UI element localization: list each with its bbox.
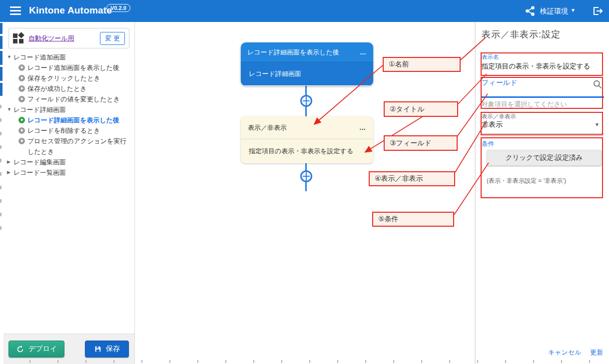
action-node[interactable]: 表示／非表示 … 指定項目の表示・非表示を設定する bbox=[241, 116, 373, 163]
sidebar-group-record-edit[interactable]: ▶ レコード編集画面 bbox=[3, 157, 134, 167]
share-icon[interactable] bbox=[525, 5, 536, 16]
event-play-icon bbox=[18, 75, 25, 81]
environment-selector[interactable]: 検証環境 bbox=[540, 7, 568, 16]
change-app-button[interactable]: 変 更 bbox=[100, 32, 125, 45]
window-edge-artifact bbox=[0, 22, 3, 364]
floppy-disk-icon bbox=[94, 345, 102, 353]
callout-label: ⑤条件 bbox=[378, 215, 399, 224]
event-play-icon bbox=[18, 85, 25, 92]
app-title: Kintone Automate bbox=[29, 5, 112, 16]
caret-down-icon: ▼ bbox=[7, 52, 11, 62]
condition-label: 条件 bbox=[482, 140, 494, 148]
tree-group-label: レコード編集画面 bbox=[13, 158, 66, 166]
tree-group-label: レコード詳細画面 bbox=[13, 106, 66, 113]
app-selector-box: 自動化ツール用 変 更 bbox=[8, 28, 129, 48]
callout-field: ③フィールド bbox=[384, 135, 458, 151]
sidebar-item-field-changed[interactable]: フィールドの値を変更したとき bbox=[3, 94, 134, 104]
visibility-select[interactable]: 非表示 bbox=[482, 120, 503, 129]
caret-down-icon[interactable]: ▼ bbox=[595, 122, 600, 127]
tree-item-label: レコードを削除するとき bbox=[27, 127, 100, 134]
field-label: フィールド bbox=[482, 78, 517, 87]
update-button[interactable]: 更新 bbox=[590, 348, 603, 357]
action-node-subtitle: 指定項目の表示・非表示を設定する bbox=[249, 147, 353, 156]
action-node-body: 指定項目の表示・非表示を設定する bbox=[241, 139, 373, 163]
condition-set-button[interactable]: クリックで設定:設定済み bbox=[487, 150, 602, 166]
trigger-node-subtitle: レコード詳細画面 bbox=[249, 69, 301, 78]
cancel-button[interactable]: キャンセル bbox=[548, 348, 582, 357]
callout-label: ④表示／非表示 bbox=[375, 174, 423, 183]
callout-label: ①名前 bbox=[389, 60, 409, 69]
tree-group-label: レコード一覧画面 bbox=[13, 169, 66, 176]
callout-name: ①名前 bbox=[383, 57, 461, 72]
display-name-value[interactable]: 指定項目の表示・非表示を設定する bbox=[482, 62, 590, 71]
trigger-node[interactable]: レコード詳細画面を表示した後 … レコード詳細画面 bbox=[241, 42, 373, 86]
trigger-node-header: レコード詳細画面を表示した後 … bbox=[241, 42, 373, 62]
callout-title: ②タイトル bbox=[384, 101, 458, 117]
sidebar-item-save-clicked[interactable]: 保存をクリックしたとき bbox=[3, 73, 134, 83]
logout-icon[interactable] bbox=[592, 5, 604, 17]
event-play-icon bbox=[18, 64, 25, 71]
trigger-node-title: レコード詳細画面を表示した後 bbox=[247, 48, 339, 57]
search-icon[interactable] bbox=[593, 79, 603, 89]
node-menu-icon[interactable]: … bbox=[360, 48, 367, 56]
condition-expression: (表示・非表示設定 = ‘非表示’) bbox=[487, 177, 566, 185]
sync-icon bbox=[16, 345, 24, 354]
sidebar-group-record-list[interactable]: ▶ レコード一覧画面 bbox=[3, 167, 134, 178]
action-node-title: 表示／非表示 bbox=[248, 123, 287, 132]
deploy-button-label: デプロイ bbox=[28, 345, 57, 354]
callout-label: ③フィールド bbox=[390, 139, 432, 148]
event-play-icon bbox=[18, 138, 25, 144]
app-header: Kintone Automate V0.2.0 検証環境 ▼ bbox=[0, 0, 609, 22]
settings-panel: 表示／非表示:設定 表示名 指定項目の表示・非表示を設定する フィールド 対象項… bbox=[475, 22, 609, 364]
tree-item-label: フィールドの値を変更したとき bbox=[27, 95, 120, 103]
add-step-button[interactable] bbox=[300, 170, 312, 182]
event-play-icon bbox=[18, 96, 25, 102]
display-name-label: 表示名 bbox=[482, 53, 499, 61]
sidebar-item-process-action[interactable]: プロセス管理のアクションを実行したとき bbox=[3, 136, 134, 157]
caret-down-icon: ▼ bbox=[7, 104, 11, 115]
kintone-automate-app: Kintone Automate V0.2.0 検証環境 ▼ bbox=[0, 0, 609, 364]
deploy-button[interactable]: デプロイ bbox=[8, 341, 64, 358]
save-button-label: 保存 bbox=[106, 345, 120, 354]
event-play-icon-active bbox=[18, 117, 25, 123]
event-tree: ▼ レコード追加画面 レコード追加画面を表示した後 保存をクリックしたとき 保存… bbox=[3, 52, 134, 178]
trigger-node-body: レコード詳細画面 bbox=[241, 62, 373, 85]
tree-item-label: プロセス管理のアクションを実行したとき bbox=[27, 137, 126, 155]
add-step-button[interactable] bbox=[300, 95, 312, 107]
sidebar-item-detail-shown[interactable]: レコード詳細画面を表示した後 bbox=[3, 115, 134, 125]
save-button[interactable]: 保存 bbox=[85, 341, 129, 358]
callout-condition: ⑤条件 bbox=[372, 212, 454, 227]
sidebar-group-record-add[interactable]: ▼ レコード追加画面 bbox=[3, 52, 134, 62]
event-play-icon bbox=[18, 127, 25, 134]
sidebar-item-add-shown[interactable]: レコード追加画面を表示した後 bbox=[3, 62, 134, 73]
sidebar-footer: デプロイ 保存 bbox=[3, 334, 134, 364]
tree-group-label: レコード追加画面 bbox=[13, 53, 66, 61]
app-name-link[interactable]: 自動化ツール用 bbox=[28, 34, 74, 43]
sidebar-item-save-success[interactable]: 保存が成功したとき bbox=[3, 83, 134, 94]
callout-visibility: ④表示／非表示 bbox=[369, 171, 455, 186]
hamburger-menu-icon[interactable] bbox=[10, 6, 21, 15]
visibility-label: 表示／非表示 bbox=[482, 113, 516, 120]
kintone-app-icon bbox=[13, 33, 24, 44]
field-input-placeholder[interactable]: 対象項目を選択してください bbox=[482, 100, 567, 109]
caret-right-icon: ▶ bbox=[7, 167, 10, 178]
field-input-underline bbox=[481, 96, 604, 98]
sidebar-group-record-detail[interactable]: ▼ レコード詳細画面 bbox=[3, 104, 134, 115]
node-menu-icon[interactable]: … bbox=[359, 124, 366, 131]
callout-label: ②タイトル bbox=[390, 105, 425, 114]
action-node-header: 表示／非表示 … bbox=[241, 116, 373, 139]
caret-down-icon[interactable]: ▼ bbox=[571, 7, 576, 13]
tree-item-label: 保存が成功したとき bbox=[27, 85, 87, 92]
sidebar: 自動化ツール用 変 更 ▼ レコード追加画面 レコード追加画面を表示した後 保存… bbox=[3, 22, 135, 364]
panel-title: 表示／非表示:設定 bbox=[482, 28, 561, 40]
tree-item-label: 保存をクリックしたとき bbox=[27, 74, 100, 82]
tree-item-label: レコード詳細画面を表示した後 bbox=[27, 116, 119, 124]
sidebar-item-record-delete[interactable]: レコードを削除するとき bbox=[3, 125, 134, 136]
visibility-underline bbox=[481, 133, 604, 134]
caret-right-icon: ▶ bbox=[7, 157, 10, 167]
tree-item-label: レコード追加画面を表示した後 bbox=[27, 64, 119, 71]
version-badge: V0.2.0 bbox=[106, 4, 130, 12]
